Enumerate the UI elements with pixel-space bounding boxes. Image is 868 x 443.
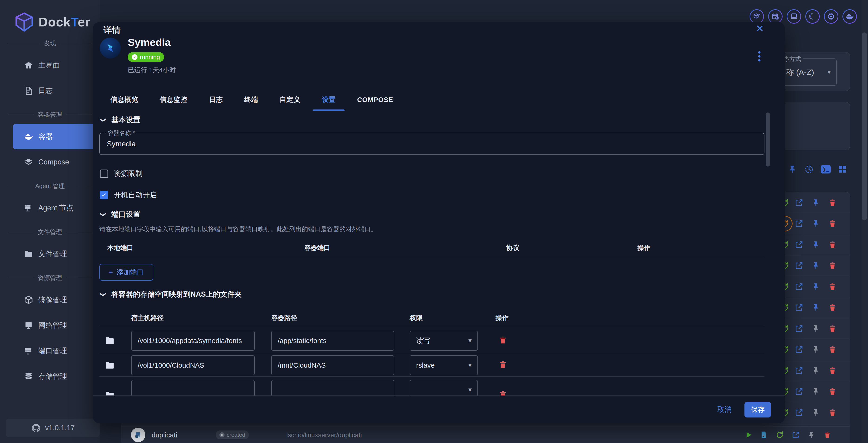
history-icon[interactable] [804, 164, 814, 174]
settings-icon[interactable]: ⚙ [824, 9, 838, 24]
folder-icon[interactable] [105, 361, 115, 370]
delete-icon[interactable] [827, 281, 838, 292]
sidebar-item-home[interactable]: 主界面 [13, 53, 100, 78]
delete-icon[interactable] [499, 336, 509, 346]
save-button[interactable]: 保存 [744, 402, 771, 417]
sidebar-item-compose[interactable]: Compose [13, 149, 100, 175]
host-path-input[interactable]: /vol1/1000/CloudNAS [131, 355, 255, 375]
tab-compose[interactable]: COMPOSE [346, 89, 404, 111]
container-row-duplicati[interactable]: duplicati created lscr.io/linuxserver/du… [121, 426, 850, 443]
delete-icon[interactable] [499, 390, 509, 396]
permission-select[interactable]: rslave▼ [410, 355, 478, 375]
delete-icon[interactable] [827, 323, 838, 334]
open-external-icon[interactable] [794, 261, 804, 271]
section-basic-settings[interactable]: ❯基本设置 [101, 115, 140, 125]
tab-monitoring[interactable]: 信息监控 [149, 89, 198, 111]
tab-settings[interactable]: 设置 [311, 89, 346, 111]
app-logo[interactable]: DockTer [0, 0, 100, 32]
tab-logs[interactable]: 日志 [198, 89, 234, 111]
modal-scrollbar-thumb[interactable] [766, 112, 770, 167]
delete-icon[interactable] [827, 198, 838, 208]
open-external-icon[interactable] [794, 302, 804, 313]
sidebar-item-file-manager[interactable]: 文件管理 [13, 241, 100, 267]
section-port-settings[interactable]: ❯端口设置 [101, 209, 140, 219]
delete-icon[interactable] [827, 218, 838, 229]
permission-select[interactable]: ▼ [410, 380, 478, 396]
delete-icon[interactable] [827, 240, 838, 250]
open-external-icon[interactable] [794, 218, 804, 229]
sidebar-item-networks[interactable]: 网络管理 [13, 313, 100, 338]
pin-icon[interactable] [811, 240, 821, 250]
sidebar-item-logs[interactable]: 日志 [13, 78, 100, 103]
host-path-input[interactable]: /vol1/1000/appdata/symedia/fonts [131, 331, 255, 351]
more-menu-icon[interactable] [756, 50, 763, 63]
delete-icon[interactable] [827, 261, 838, 271]
pin-icon[interactable] [811, 344, 821, 354]
scheduled-tasks-icon[interactable] [768, 9, 782, 24]
open-external-icon[interactable] [794, 386, 804, 397]
dark-mode-icon[interactable]: ☾ [805, 9, 820, 24]
container-name-input[interactable]: 容器名称 * Symedia [99, 133, 765, 155]
permission-select[interactable]: 读写▼ [410, 331, 478, 351]
delete-icon[interactable] [827, 386, 838, 397]
system-monitor-icon[interactable] [787, 9, 801, 24]
pin-icon[interactable] [811, 281, 821, 292]
close-icon[interactable]: × [753, 21, 767, 35]
open-external-icon[interactable] [794, 344, 804, 354]
delete-icon[interactable] [823, 430, 832, 440]
delete-icon[interactable] [827, 366, 838, 376]
open-external-icon[interactable] [794, 198, 804, 208]
sidebar-item-containers[interactable]: 容器 [13, 124, 100, 149]
pin-icon[interactable] [811, 408, 821, 418]
pin-icon[interactable] [811, 198, 821, 208]
autostart-checkbox[interactable]: ✓ 开机自动开启 [100, 190, 157, 200]
open-external-icon[interactable] [791, 430, 801, 440]
pin-icon[interactable] [811, 218, 821, 229]
container-path-input[interactable]: /mnt/CloudNAS [271, 355, 394, 375]
pin-icon[interactable] [811, 302, 821, 313]
sidebar-item-ports[interactable]: 端口管理 [13, 338, 100, 364]
container-path-input[interactable] [271, 380, 394, 396]
container-path-input[interactable]: /app/static/fonts [271, 331, 394, 351]
page-scrollbar-thumb[interactable] [862, 32, 867, 220]
docker-icon[interactable] [842, 9, 857, 24]
delete-icon[interactable] [499, 360, 509, 370]
delete-icon[interactable] [827, 408, 838, 418]
start-icon[interactable] [744, 430, 753, 440]
open-external-icon[interactable] [794, 240, 804, 250]
modal-tabs: 信息概览 信息监控 日志 终端 自定义 设置 COMPOSE [100, 89, 404, 111]
open-external-icon[interactable] [794, 323, 804, 334]
delete-icon[interactable] [827, 344, 838, 354]
host-path-input[interactable] [131, 380, 255, 396]
resource-limit-checkbox[interactable]: 资源限制 [100, 169, 143, 179]
open-external-icon[interactable] [794, 281, 804, 292]
pin-icon[interactable] [811, 323, 821, 334]
version-link[interactable]: v1.0.1.17 [6, 419, 100, 437]
sidebar-item-images[interactable]: 镜像管理 [13, 287, 100, 313]
pin-icon[interactable] [806, 430, 816, 440]
folder-icon[interactable] [105, 390, 115, 396]
pin-icon[interactable] [787, 164, 798, 174]
github-icon [31, 422, 41, 433]
apps-grid-icon[interactable] [837, 164, 847, 174]
pin-icon[interactable] [811, 366, 821, 376]
open-external-icon[interactable] [794, 366, 804, 376]
restart-icon[interactable] [775, 430, 785, 440]
tab-terminal[interactable]: 终端 [234, 89, 269, 111]
pin-icon[interactable] [811, 386, 821, 397]
tab-custom[interactable]: 自定义 [269, 89, 311, 111]
tab-overview[interactable]: 信息概览 [100, 89, 149, 111]
terminal-icon[interactable]: ❯_ [820, 164, 831, 174]
logs-icon[interactable] [759, 430, 769, 440]
add-port-button[interactable]: +添加端口 [99, 264, 153, 281]
cancel-button[interactable]: 取消 [708, 396, 741, 423]
pin-icon[interactable] [811, 261, 821, 271]
sidebar-item-agent-nodes[interactable]: Agent 节点 [13, 195, 100, 221]
section-storage-mapping[interactable]: ❯将容器的存储空间映射到NAS上的文件夹 [101, 289, 242, 299]
checkbox-icon[interactable]: ✓ [100, 191, 108, 199]
open-external-icon[interactable] [794, 408, 804, 418]
checkbox-icon[interactable] [100, 170, 108, 178]
sidebar-item-storage[interactable]: 存储管理 [13, 364, 100, 389]
delete-icon[interactable] [827, 302, 838, 313]
folder-icon[interactable] [105, 336, 115, 346]
